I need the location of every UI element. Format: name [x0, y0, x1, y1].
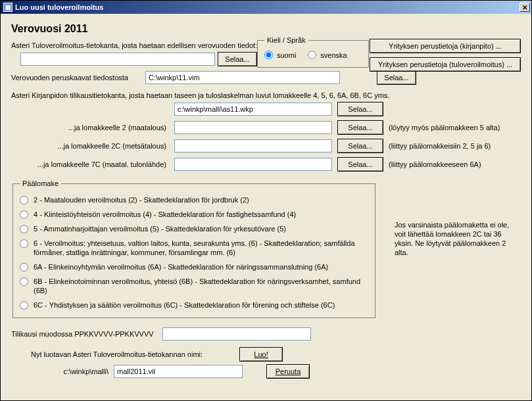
lang-fi-option[interactable]: suomi: [264, 51, 296, 59]
lang-fi-label: suomi: [277, 51, 296, 59]
form2-browse-button[interactable]: Selaa...: [337, 120, 383, 135]
kirjanpito-browse-button[interactable]: Selaa...: [337, 102, 383, 116]
mainform-option-4[interactable]: 4 - Kiinteistöyhteisön veroilmoitus (4) …: [20, 210, 368, 219]
company-info-kirjanpito-button[interactable]: Yrityksen perustietoja (kirjanpito) ...: [370, 39, 521, 53]
app-icon: ▦: [3, 3, 12, 12]
kirjanpito-input[interactable]: [174, 103, 332, 116]
window-title: Luo uusi tuloveroilmoitus: [15, 3, 520, 11]
prev-db-browse-button[interactable]: Selaa...: [218, 52, 257, 66]
titlebar: ▦ Luo uusi tuloveroilmoitus ✕: [1, 1, 531, 14]
form7c-label: ...ja lomakkeelle 7C (maatal. tulonlähde…: [11, 160, 169, 168]
mainform-option-6[interactable]: 6 - Veroilmoitus; yhteisetuus, valtion l…: [20, 239, 368, 257]
lang-sv-label: svenska: [320, 51, 347, 59]
formulas-input[interactable]: [145, 71, 340, 84]
form2c-hint: (liittyy päälomakkeisiin 2, 5 ja 6): [389, 142, 521, 150]
window-frame: ▦ Luo uusi tuloveroilmoitus ✕ Verovuosi …: [0, 0, 532, 401]
create-button[interactable]: Luo!: [239, 347, 283, 362]
mainform-option-6c[interactable]: 6C - Yhdistyksen ja säätiön veroilmoitus…: [20, 300, 368, 310]
prev-db-input[interactable]: [20, 53, 215, 66]
newdb-filename-input[interactable]: [114, 365, 243, 378]
mainform-group: Päälomake 2 - Maatalouden veroilmoitus (…: [12, 179, 375, 318]
form7c-browse-button[interactable]: Selaa...: [337, 157, 383, 172]
tilikausi-input[interactable]: [162, 327, 311, 341]
form2-label: ...ja lomakkeelle 2 (maatalous): [11, 124, 169, 131]
language-group: Kieli / Språk suomi svenska: [257, 36, 369, 68]
form2c-input[interactable]: [174, 139, 332, 153]
newdb-path-label: c:\winkp\malli\: [51, 367, 109, 375]
lang-sv-radio[interactable]: [308, 51, 316, 59]
form2c-label: ...ja lomakkeelle 2C (metsätalous): [11, 142, 169, 150]
mainform-option-5[interactable]: 5 - Ammatinharjoittajan veroilmoitus (5)…: [20, 224, 368, 233]
form7c-hint: (liittyy päälomakkeeseen 6A): [389, 160, 521, 168]
cancel-button[interactable]: Peruuta: [266, 364, 310, 379]
formulas-browse-button[interactable]: Selaa...: [377, 70, 416, 85]
lang-sv-option[interactable]: svenska: [308, 51, 347, 59]
formulas-label: Verovuoden peruskaavat tiedostosta: [11, 74, 143, 82]
mainform-option-6b[interactable]: 6B - Elinkeinotoiminnan veroilmoitus, yh…: [20, 277, 368, 295]
mainform-legend: Päälomake: [20, 179, 61, 187]
tilikausi-label: Tilikausi muodossa PPKKVVVV-PPKKVVVV: [11, 330, 162, 338]
close-icon[interactable]: ✕: [520, 3, 530, 12]
form2-hint: (löytyy myös päälomakkeen 5 alta): [389, 124, 521, 131]
language-legend: Kieli / Språk: [264, 36, 308, 44]
lang-fi-radio[interactable]: [264, 51, 273, 59]
company-info-tulovero-button[interactable]: Yrityksen perustietoja (tuloveroilmoitus…: [370, 57, 521, 72]
mainform-sidenote: Jos varsinaista päälomaketta ei ole, voi…: [395, 220, 520, 257]
form2c-browse-button[interactable]: Selaa...: [337, 139, 383, 153]
mainform-option-6a[interactable]: 6A - Elinkeinoyhtymän veroilmoitus (6A) …: [20, 262, 368, 271]
kirjanpito-label: Asteri Kirjanpidon tilikausitietokanta, …: [11, 91, 521, 99]
form7c-input[interactable]: [174, 158, 332, 171]
form2-input[interactable]: [174, 121, 332, 134]
newdb-label: Nyt luotavan Asteri Tuloveroilmoitus-tie…: [31, 350, 203, 358]
mainform-option-2[interactable]: 2 - Maatalouden veroilmoitus (2) - Skatt…: [20, 195, 368, 204]
page-title: Verovuosi 2011: [11, 23, 521, 35]
